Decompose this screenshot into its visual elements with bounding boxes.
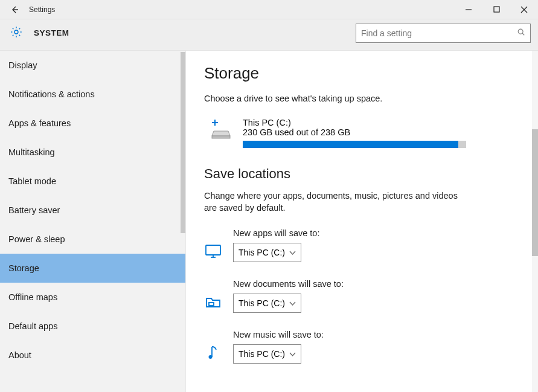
titlebar: Settings: [0, 0, 538, 19]
close-button[interactable]: [510, 0, 538, 19]
sidebar-item-apps-features[interactable]: Apps & features: [0, 109, 185, 138]
content-scrollbar-thumb[interactable]: [532, 129, 538, 256]
search-box[interactable]: [356, 24, 531, 43]
drive-row[interactable]: This PC (C:) 230 GB used out of 238 GB: [204, 118, 520, 148]
sidebar-item-about[interactable]: About: [0, 341, 185, 370]
sidebar-item-storage[interactable]: Storage: [0, 254, 185, 283]
content-pane: Storage Choose a drive to see what's tak…: [186, 51, 538, 392]
svg-rect-12: [212, 136, 230, 138]
svg-rect-16: [209, 303, 214, 306]
search-input[interactable]: [361, 28, 517, 38]
save-location-dropdown[interactable]: This PC (C:): [233, 294, 301, 313]
sidebar-item-offline-maps[interactable]: Offline maps: [0, 283, 185, 312]
window-title: Settings: [29, 5, 55, 14]
settings-gear-icon: [10, 25, 23, 41]
back-button[interactable]: [0, 0, 29, 19]
svg-rect-8: [212, 120, 214, 122]
chevron-down-icon: [289, 248, 296, 257]
maximize-button[interactable]: [482, 0, 510, 19]
sidebar-item-power-sleep[interactable]: Power & sleep: [0, 225, 185, 254]
save-location-row: New music will save to:This PC (C:): [204, 330, 520, 364]
save-location-row: New apps will save to:This PC (C:): [204, 228, 520, 262]
save-location-label: New apps will save to:: [233, 228, 319, 238]
page-title: Storage: [204, 64, 520, 83]
header: SYSTEM: [0, 19, 538, 51]
svg-line-6: [522, 33, 524, 35]
drive-usage: 230 GB used out of 238 GB: [243, 127, 520, 137]
svg-rect-1: [494, 7, 499, 12]
dropdown-value: This PC (C:): [239, 349, 285, 359]
drive-name: This PC (C:): [243, 118, 520, 127]
minimize-button[interactable]: [455, 0, 482, 19]
sidebar-item-battery-saver[interactable]: Battery saver: [0, 196, 185, 225]
save-location-dropdown[interactable]: This PC (C:): [233, 344, 301, 364]
content-scrollbar[interactable]: [532, 51, 538, 392]
chevron-down-icon: [289, 298, 296, 308]
drive-icon: [210, 118, 232, 140]
sidebar: DisplayNotifications & actionsApps & fea…: [0, 51, 186, 392]
sidebar-item-tablet-mode[interactable]: Tablet mode: [0, 167, 185, 196]
section-label: SYSTEM: [34, 28, 69, 37]
svg-rect-11: [216, 123, 218, 126]
save-location-label: New documents will save to:: [233, 279, 344, 289]
save-location-dropdown[interactable]: This PC (C:): [233, 243, 301, 262]
svg-point-4: [14, 30, 18, 34]
svg-rect-10: [212, 123, 214, 126]
save-location-label: New music will save to:: [233, 330, 324, 339]
save-locations-heading: Save locations: [204, 166, 520, 182]
save-locations-description: Change where your apps, documents, music…: [204, 190, 464, 214]
sidebar-item-notifications-actions[interactable]: Notifications & actions: [0, 80, 185, 109]
dropdown-value: This PC (C:): [239, 248, 285, 257]
music-icon: [204, 344, 222, 361]
svg-rect-13: [206, 245, 220, 255]
page-description: Choose a drive to see what's taking up s…: [204, 94, 520, 103]
folder-icon: [204, 294, 222, 310]
chevron-down-icon: [289, 349, 296, 359]
save-location-row: New documents will save to:This PC (C:): [204, 279, 520, 313]
monitor-icon: [204, 243, 222, 260]
drive-usage-bar: [243, 141, 466, 148]
search-icon: [517, 28, 525, 39]
svg-point-5: [518, 29, 523, 34]
sidebar-item-default-apps[interactable]: Default apps: [0, 312, 185, 341]
sidebar-scrollbar[interactable]: [181, 52, 185, 233]
sidebar-item-multitasking[interactable]: Multitasking: [0, 138, 185, 167]
svg-point-17: [209, 355, 213, 359]
sidebar-item-display[interactable]: Display: [0, 51, 185, 80]
svg-rect-9: [216, 120, 218, 122]
dropdown-value: This PC (C:): [239, 298, 285, 308]
